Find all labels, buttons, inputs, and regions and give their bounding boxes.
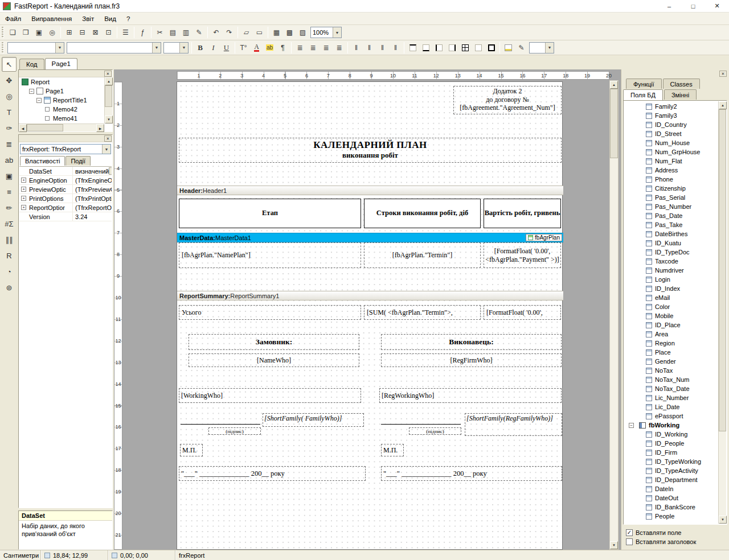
frame-all-button[interactable] — [458, 42, 472, 54]
master-band-bar[interactable]: MasterData: MasterData1 fbAgrPlan — [177, 233, 563, 242]
header-band-bar[interactable]: Header: Header1 — [177, 186, 563, 195]
chevron-down-icon[interactable]: ▼ — [152, 43, 161, 53]
db-field-item[interactable]: Pas_Serial — [624, 193, 718, 202]
new-dialog-button[interactable]: ⊟ — [76, 26, 89, 39]
db-field-item[interactable]: Lic_Number — [624, 393, 718, 402]
signature-line[interactable] — [181, 417, 260, 425]
date-memo[interactable]: "___" ______________ 200__ року — [179, 466, 366, 481]
db-field-item[interactable]: ID_Department — [624, 475, 718, 484]
scroll-down-icon[interactable]: ▼ — [105, 116, 113, 123]
tree-item-page1[interactable]: −Page1 — [19, 87, 104, 96]
bold-button[interactable]: B — [194, 42, 207, 54]
copy-button[interactable]: ▤ — [166, 26, 179, 39]
toolbar-grip[interactable] — [2, 27, 4, 38]
property-row[interactable]: +EngineOption(TfrxEngineOptio — [19, 176, 112, 185]
db-field-item[interactable]: ID_BankScore — [624, 503, 718, 512]
new-page-button[interactable]: ⊞ — [63, 26, 76, 39]
customer-name-memo[interactable]: [NameWho] — [189, 353, 359, 367]
font-name-combo[interactable]: ▼ — [67, 42, 161, 53]
db-field-item[interactable]: Family2 — [624, 102, 718, 111]
collapse-icon[interactable]: − — [36, 98, 42, 103]
signature-caption[interactable]: (підпис) — [409, 427, 461, 435]
fill-color-button[interactable] — [502, 42, 515, 54]
summary-payment-sum-memo[interactable]: [FormatFloat( '0.00', — [484, 305, 561, 320]
db-field-item[interactable]: Place — [624, 348, 718, 357]
db-field-item[interactable]: Pas_Take — [624, 220, 718, 229]
db-field-item[interactable]: Login — [624, 275, 718, 284]
tab-functions[interactable]: Функції — [626, 79, 662, 89]
db-field-item[interactable]: DateOut — [624, 493, 718, 503]
db-field-item[interactable]: Family3 — [624, 111, 718, 120]
stamp-memo[interactable]: М.П. — [180, 444, 203, 456]
chevron-down-icon[interactable]: ▼ — [102, 145, 110, 154]
property-row[interactable]: DataSetвизначений▼ — [19, 167, 112, 176]
header-cell-terms[interactable]: Строки виконання робіт, діб — [364, 199, 481, 228]
valign-top-button[interactable]: ‖ — [350, 42, 363, 54]
inspector-tab-properties[interactable]: Властивості — [20, 156, 65, 166]
band-tool[interactable]: ≣ — [2, 137, 17, 151]
tab-page1[interactable]: Page1 — [45, 58, 77, 69]
chevron-down-icon[interactable]: ▼ — [333, 27, 341, 38]
sysmemo-object-tool[interactable]: #Σ — [2, 216, 17, 231]
expression-button[interactable]: ƒ — [136, 26, 149, 39]
tab-db-fields[interactable]: Поля БД — [623, 89, 663, 100]
insert-field-checkbox[interactable]: ✓Вставляти поле — [626, 528, 728, 537]
header-cell-cost[interactable]: Вартість робіт, гривень — [484, 199, 561, 228]
align-center-button[interactable]: ≣ — [306, 42, 320, 54]
inspector-tab-events[interactable]: Події — [65, 156, 91, 166]
chevron-down-icon[interactable]: ▼ — [55, 43, 64, 53]
richtext-object-tool[interactable]: R — [2, 248, 17, 263]
align-justify-button[interactable]: ≣ — [333, 42, 346, 54]
redo-button[interactable]: ↷ — [223, 26, 236, 39]
ungroup-button[interactable]: ▭ — [253, 26, 266, 39]
appendix-memo[interactable]: Додаток 2 до договору № [fbAgreement."Ag… — [453, 86, 562, 114]
db-field-item[interactable]: ePassport — [624, 411, 718, 421]
report-page[interactable]: Додаток 2 до договору № [fbAgreement."Ag… — [177, 81, 563, 550]
tree-item-memo42[interactable]: Memo42 — [19, 105, 104, 114]
expand-icon[interactable]: + — [21, 187, 26, 192]
page-settings-button[interactable]: ⊡ — [102, 26, 115, 39]
scroll-up-icon[interactable]: ▲ — [610, 81, 618, 89]
db-field-item[interactable]: ID_People — [624, 439, 718, 448]
tab-code[interactable]: Код — [19, 59, 44, 69]
db-field-item[interactable]: ID_Kuatu — [624, 238, 718, 248]
stamp-memo[interactable]: М.П. — [381, 444, 404, 456]
barcode-object-tool[interactable]: ∥∥ — [2, 232, 17, 247]
report-title-memo[interactable]: КАЛЕНДАРНИЙ ПЛАН виконання робіт — [179, 138, 562, 163]
db-field-item[interactable]: Color — [624, 302, 718, 311]
property-value[interactable]: (TfrxPreviewOpt — [73, 185, 112, 193]
db-field-item[interactable]: DateBirthes — [624, 229, 718, 238]
tab-classes[interactable]: Classes — [663, 79, 700, 89]
header-cell-stage[interactable]: Етап — [179, 199, 361, 228]
property-row[interactable]: +ReportOptior(TfrxReportOptic — [19, 203, 112, 212]
frame-right-button[interactable] — [445, 42, 458, 54]
scroll-down-icon[interactable]: ▼ — [719, 516, 727, 524]
executor-position-memo[interactable]: [RegWorkingWho] — [379, 388, 562, 403]
align-right-button[interactable]: ≣ — [320, 42, 333, 54]
scroll-right-icon[interactable]: ▶ — [96, 124, 104, 132]
db-table-node[interactable]: −fbWorking — [624, 421, 718, 430]
cut-button[interactable]: ✂ — [153, 26, 166, 39]
group-button[interactable]: ▱ — [240, 26, 253, 39]
summary-termin-sum-memo[interactable]: [SUM( <fbAgrPlan."Termin">, — [364, 305, 481, 320]
property-value[interactable]: (TfrxPrintOption — [73, 194, 112, 203]
db-field-item[interactable]: eMail — [624, 293, 718, 302]
db-field-item[interactable]: NoTax_Date — [624, 384, 718, 393]
property-row[interactable]: +PreviewOptic(TfrxPreviewOpt — [19, 185, 112, 194]
format-painter-tool[interactable]: ✑ — [2, 121, 17, 135]
customer-family-memo[interactable]: [ShortFamily( FamilyWho)] — [263, 413, 364, 427]
expand-icon[interactable]: + — [21, 178, 26, 183]
menu-edit[interactable]: Виправлення — [26, 14, 77, 24]
scroll-left-icon[interactable]: ◀ — [19, 124, 27, 132]
text-cursor-tool[interactable]: T — [2, 105, 17, 120]
db-field-item[interactable]: ID_TypeWorking — [624, 457, 718, 466]
tree-vscrollbar[interactable]: ▲ ▼ — [104, 77, 112, 123]
align-left-button[interactable]: ≣ — [293, 42, 306, 54]
collapse-icon[interactable]: − — [29, 89, 34, 94]
db-field-item[interactable]: NoTax_Num — [624, 375, 718, 384]
valign-bottom-button[interactable]: ‖ — [376, 42, 389, 54]
db-field-item[interactable]: Num_GrpHouse — [624, 147, 718, 157]
close-icon[interactable]: ✕ — [104, 135, 112, 142]
db-field-item[interactable]: Mobile — [624, 311, 718, 320]
chevron-down-icon[interactable]: ▼ — [179, 43, 188, 53]
